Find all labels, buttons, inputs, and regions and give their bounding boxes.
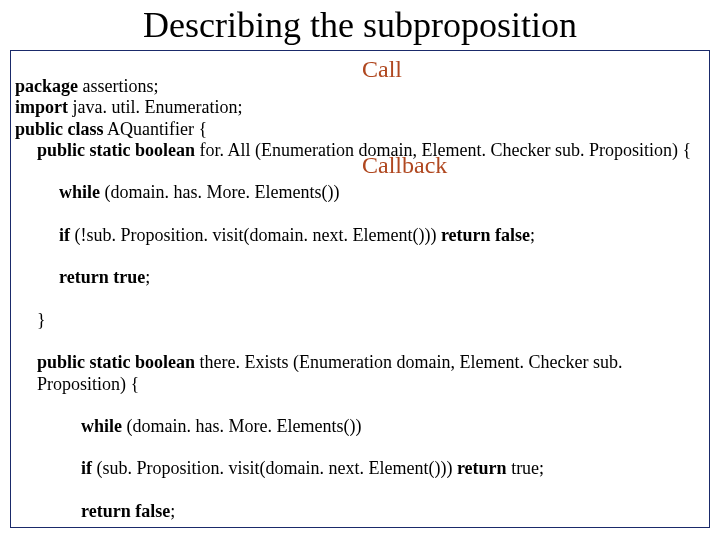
kw-while1: while xyxy=(59,182,100,202)
kw-return2: return xyxy=(457,458,507,478)
slide: Describing the subproposition Call Callb… xyxy=(0,0,720,540)
txt-l6b: (!sub. Proposition. visit(domain. next. … xyxy=(70,225,441,245)
txt-l3b: AQuantifier { xyxy=(104,119,208,139)
txt-l11d: true; xyxy=(507,458,545,478)
kw-while2: while xyxy=(81,416,122,436)
txt-l6d: ; xyxy=(530,225,535,245)
txt-l8: } xyxy=(15,310,705,331)
kw-public-class: public class xyxy=(15,119,104,139)
kw-if1: if xyxy=(59,225,70,245)
txt-l10b: (domain. has. More. Elements()) xyxy=(122,416,361,436)
code-block: package assertions; import java. util. E… xyxy=(15,55,705,540)
slide-title: Describing the subproposition xyxy=(0,4,720,46)
kw-import: import xyxy=(15,97,68,117)
txt-l4b: for. All (Enumeration domain, Element. C… xyxy=(195,140,691,160)
txt-l5b: (domain. has. More. Elements()) xyxy=(100,182,339,202)
txt-l2b: java. util. Enumeration; xyxy=(68,97,242,117)
txt-l7b: ; xyxy=(145,267,150,287)
kw-retfalse1: return false xyxy=(441,225,530,245)
kw-if2: if xyxy=(81,458,92,478)
kw-psb1: public static boolean xyxy=(37,140,195,160)
kw-package: package xyxy=(15,76,78,96)
kw-rettrue1: return true xyxy=(59,267,145,287)
kw-psb2: public static boolean xyxy=(37,352,195,372)
txt-l1b: assertions; xyxy=(78,76,159,96)
txt-l12b: ; xyxy=(170,501,175,521)
kw-retfalse2: return false xyxy=(81,501,170,521)
txt-l11b: (sub. Proposition. visit(domain. next. E… xyxy=(92,458,457,478)
code-box: package assertions; import java. util. E… xyxy=(10,50,710,528)
